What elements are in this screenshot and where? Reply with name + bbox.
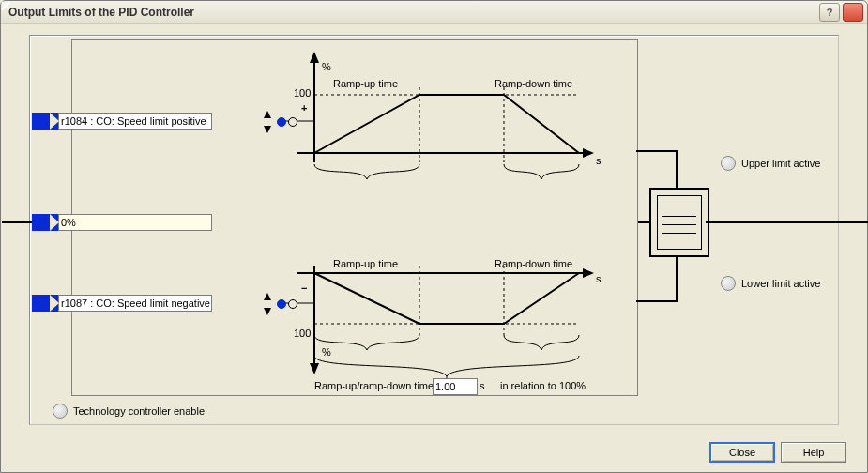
ramp-time-input[interactable] bbox=[433, 378, 478, 395]
s-label-lower: s bbox=[596, 273, 602, 284]
ramp-up-label-upper: Ramp-up time bbox=[333, 78, 398, 89]
svg-marker-1 bbox=[310, 52, 319, 63]
pos-limit-dot-icon bbox=[277, 117, 286, 127]
close-button[interactable]: Close bbox=[709, 442, 775, 463]
svg-marker-8 bbox=[583, 268, 594, 278]
close-titlebar-button[interactable] bbox=[843, 3, 863, 22]
neg-limit-dot-icon bbox=[277, 299, 286, 309]
s-label-upper: s bbox=[596, 155, 602, 166]
param-marker-icon bbox=[32, 214, 58, 231]
svg-marker-10 bbox=[310, 363, 319, 374]
pos-limit-spin-icon[interactable] bbox=[262, 111, 273, 133]
led-icon bbox=[721, 276, 736, 291]
pos-limit-value[interactable]: r1084 : CO: Speed limit positive bbox=[58, 113, 212, 130]
upper-limit-label: Upper limit active bbox=[741, 158, 820, 169]
wire bbox=[676, 253, 678, 302]
upper-limit-status: Upper limit active bbox=[721, 156, 820, 171]
neg-limit-spin-icon[interactable] bbox=[262, 293, 273, 315]
neg-limit-param[interactable]: r1087 : CO: Speed limit negative bbox=[32, 295, 212, 312]
content-area: % 100 Ramp-up time Ramp-down time s Ramp… bbox=[1, 23, 867, 472]
tech-enable-status: Technology controller enable bbox=[53, 404, 205, 419]
help-button[interactable]: Help bbox=[781, 442, 846, 463]
help-titlebar-button[interactable]: ? bbox=[819, 3, 840, 22]
wire bbox=[636, 300, 678, 302]
dialog-buttons: Close Help bbox=[709, 442, 846, 463]
titlebar: Output Limits of the PID Controller ? bbox=[1, 1, 867, 24]
pos-limit-param[interactable]: r1084 : CO: Speed limit positive bbox=[32, 113, 212, 130]
ramp-both-label: Ramp-up/ramp-down time bbox=[314, 380, 434, 391]
wire bbox=[706, 221, 865, 223]
lower-limit-status: Lower limit active bbox=[721, 276, 820, 291]
pos-limit-node-icon bbox=[288, 117, 297, 127]
neg-limit-node-icon bbox=[288, 299, 297, 309]
ramp-relation-label: in relation to 100% bbox=[500, 380, 586, 391]
param-marker-icon bbox=[32, 113, 58, 130]
lower-limit-label: Lower limit active bbox=[741, 278, 820, 289]
svg-marker-3 bbox=[583, 148, 594, 158]
hundred-label-upper: 100 bbox=[294, 87, 311, 99]
main-panel: % 100 Ramp-up time Ramp-down time s Ramp… bbox=[29, 35, 839, 425]
limiter-block bbox=[649, 188, 709, 257]
ramp-up-label-lower: Ramp-up time bbox=[333, 258, 398, 269]
wire bbox=[676, 150, 678, 188]
led-icon bbox=[53, 404, 68, 419]
window-title: Output Limits of the PID Controller bbox=[8, 6, 816, 19]
percent-label-lower: % bbox=[322, 346, 331, 358]
center-value-param[interactable]: 0% bbox=[32, 214, 212, 231]
ramp-down-label-lower: Ramp-down time bbox=[495, 258, 572, 269]
center-value[interactable]: 0% bbox=[58, 214, 212, 231]
wire bbox=[636, 150, 678, 152]
dialog-window: Output Limits of the PID Controller ? bbox=[0, 0, 868, 473]
hundred-label-lower: 100 bbox=[294, 328, 311, 339]
param-marker-icon bbox=[32, 295, 58, 312]
ramp-down-label-upper: Ramp-down time bbox=[495, 78, 572, 89]
ramp-unit-label: s bbox=[480, 380, 485, 391]
tech-enable-label: Technology controller enable bbox=[73, 405, 205, 417]
percent-label-upper: % bbox=[322, 61, 331, 72]
neg-limit-value[interactable]: r1087 : CO: Speed limit negative bbox=[58, 295, 212, 312]
led-icon bbox=[721, 156, 736, 171]
